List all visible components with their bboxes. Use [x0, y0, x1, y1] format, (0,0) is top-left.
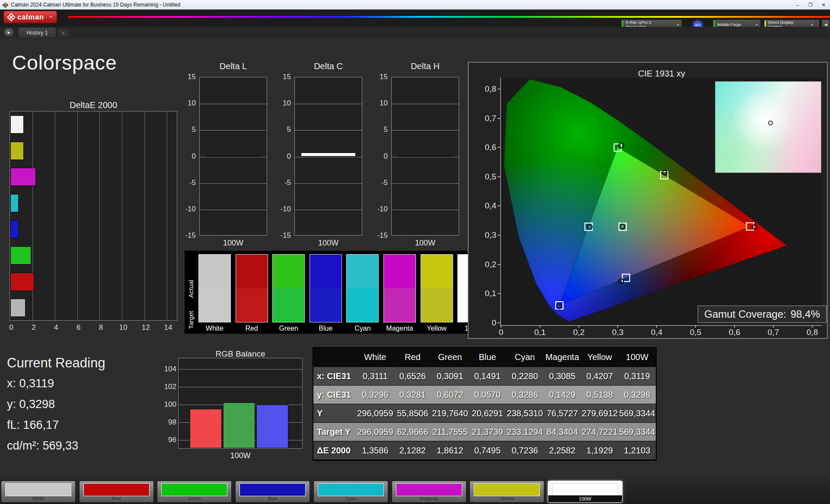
delta-y-tick: 10 — [375, 99, 388, 108]
delta-y-tick: 0 — [278, 152, 291, 161]
target-swatch — [199, 288, 230, 322]
delta-gridline — [295, 130, 362, 131]
delta-gridline — [295, 157, 362, 157]
cie-x-tick: 0,4 — [647, 328, 666, 337]
minimize-button[interactable]: – — [791, 0, 804, 10]
delta-h-x-label: 100W — [391, 239, 459, 248]
delta-y-tick: -5 — [278, 179, 291, 187]
patch-button-blue[interactable]: Blue — [235, 481, 310, 503]
patch-color-swatch — [5, 483, 71, 496]
delta-gridline — [200, 130, 267, 131]
deltae-gridline — [167, 112, 167, 320]
delta-l-x-label: 100W — [199, 239, 267, 248]
patch-button-100w[interactable]: 100W — [548, 481, 622, 503]
maximize-button[interactable]: ❐ — [804, 0, 817, 10]
gamut-coverage-label: Gamut Coverage: — [704, 308, 786, 320]
patch-button-label: Yellow — [470, 496, 544, 501]
rgb-gridline — [179, 387, 302, 387]
actual-marker-blue — [557, 304, 562, 309]
table-cell: 238,5310 — [506, 408, 544, 418]
patch-button-label: 100W — [548, 495, 622, 502]
deltae-x-tick: 8 — [99, 323, 103, 332]
table-col-header: Green — [431, 352, 469, 362]
close-button[interactable]: ✕ — [817, 0, 830, 10]
deltae-x-tick: 4 — [54, 323, 58, 332]
patch-button-cyan[interactable]: Cyan — [313, 481, 388, 503]
app-header: calman ▼ 401 ⚙ ◀ X-Rite i1Pro 3Direct Vi… — [0, 10, 830, 27]
cie-y-tick-mark — [498, 118, 500, 119]
table-row-label: Y — [313, 408, 357, 418]
target-swatch — [273, 288, 304, 322]
table-row: ΔE 20001,35862,12821,86120,74950,72362,2… — [313, 441, 656, 459]
swatch-label: Green — [273, 325, 304, 332]
patch-button-red[interactable]: Red — [79, 481, 154, 503]
patch-button-label: Magenta — [392, 496, 466, 501]
deltae-gridline — [99, 112, 100, 320]
table-cell: 569,3344 — [618, 408, 656, 418]
patch-button-white[interactable]: White — [1, 481, 76, 503]
delta-h-title: Delta H — [391, 61, 459, 71]
table-col-header: 100W — [618, 352, 656, 362]
target-swatch — [421, 288, 453, 322]
patch-button-green[interactable]: Green — [157, 481, 232, 503]
patch-button-label: Green — [157, 496, 231, 501]
cie-y-tick: 0,5 — [477, 172, 496, 182]
table-cell: 1,2103 — [618, 446, 656, 456]
table-cell: 0,3296 — [357, 390, 394, 400]
cie-1931-panel: CIE 1931 xy — [468, 62, 828, 339]
table-row-label: x: CIE31 — [313, 371, 357, 381]
delta-y-tick: 15 — [278, 73, 291, 81]
add-tab-button[interactable]: + — [57, 28, 69, 38]
page-title: Colorspace — [12, 51, 117, 74]
delta-bar — [206, 156, 261, 157]
delta-gridline — [200, 183, 267, 184]
table-cell: 0,3281 — [394, 390, 431, 400]
table-row: y: CIE310,32960,32810,60720,05700,32860,… — [313, 386, 656, 404]
rainbow-gradient-bar — [68, 16, 830, 18]
reading-x: x: 0,3119 — [7, 377, 105, 390]
run-tab-button[interactable]: ▶ — [3, 28, 15, 37]
delta-y-tick: -15 — [278, 231, 291, 240]
patch-button-yellow[interactable]: Yellow — [469, 481, 544, 503]
table-row: x: CIE310,31110,65260,30910,14910,22800,… — [313, 367, 656, 385]
cie-y-tick: 0,1 — [477, 289, 496, 298]
actual-swatch — [384, 255, 415, 288]
cie-title: CIE 1931 xy — [501, 69, 822, 79]
swatch-column-cyan: Cyan — [347, 255, 378, 332]
swatch-pair — [421, 255, 453, 322]
cie-x-tick: 0 — [492, 328, 511, 337]
cie-x-tick: 0,7 — [764, 328, 783, 337]
table-cell: 62,9666 — [394, 427, 431, 437]
calman-menu-button[interactable]: calman ▼ — [3, 11, 57, 23]
measurement-table: WhiteRedGreenBlueCyanMagentaYellow100Wx:… — [313, 347, 657, 461]
actual-swatch — [273, 255, 304, 288]
delta-y-tick: 5 — [278, 125, 291, 134]
patch-button-magenta[interactable]: Magenta — [392, 481, 466, 503]
delta-bar — [398, 156, 453, 157]
deltae-x-tick: 14 — [164, 323, 172, 332]
table-cell: 0,1491 — [469, 371, 506, 381]
cie-x-tick: 0,1 — [530, 328, 549, 337]
rgb-bar-blue — [256, 405, 288, 448]
chevron-down-icon: ▼ — [755, 23, 758, 26]
swatch-label: Cyan — [347, 325, 378, 332]
cie-y-tick: 0 — [477, 318, 496, 328]
table-cell: 0,5138 — [581, 390, 619, 400]
table-col-header: Cyan — [506, 352, 544, 362]
cie-x-axis-line — [501, 325, 822, 326]
tab-history-1[interactable]: History 1 — [18, 27, 56, 38]
delta-y-tick: -5 — [375, 179, 388, 187]
deltae-bar-cyan — [10, 194, 19, 212]
cie-y-tick-mark — [498, 147, 500, 148]
deltae-x-axis: 02468101214 — [10, 323, 177, 332]
table-row: Target Y296,095962,9666211,755521,373923… — [313, 423, 656, 441]
table-cell: 76,5727 — [543, 408, 581, 418]
delta-gridline — [200, 104, 267, 104]
actual-swatch — [199, 255, 230, 288]
table-col-header: Blue — [469, 352, 506, 362]
bottom-bar: WhiteRedGreenBlueCyanMagentaYellow100W ▲… — [0, 477, 830, 504]
inset-actual-marker — [768, 121, 773, 125]
patch-color-swatch — [552, 483, 618, 496]
table-cell: 21,3739 — [469, 427, 506, 437]
delta-gridline — [392, 104, 459, 104]
